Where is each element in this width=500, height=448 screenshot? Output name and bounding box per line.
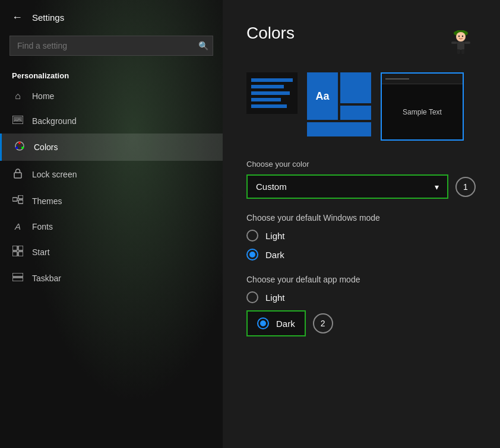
preview-area: Aa Sample Text	[246, 72, 476, 141]
sidebar-title: Settings	[32, 12, 64, 23]
circle-2-label: 2	[321, 319, 325, 328]
svg-rect-12	[12, 252, 17, 256]
svg-rect-6	[14, 173, 21, 178]
sample-text: Sample Text	[403, 108, 442, 116]
circle-number-1: 1	[455, 177, 476, 197]
preview-line-4	[251, 98, 281, 101]
app-light-radio[interactable]	[246, 291, 258, 303]
svg-rect-11	[18, 246, 23, 250]
background-icon	[12, 116, 24, 126]
svg-rect-9	[18, 200, 23, 204]
app-mode-section: Choose your default app mode Light Dark …	[246, 275, 476, 336]
app-dark-radio-inner	[260, 320, 266, 326]
app-light-label: Light	[265, 293, 285, 303]
svg-rect-13	[18, 252, 23, 256]
svg-rect-21	[457, 42, 464, 50]
svg-rect-10	[12, 246, 17, 250]
sidebar-item-fonts[interactable]: A Fonts	[0, 214, 223, 239]
sidebar-header: ← Settings	[0, 0, 223, 31]
tile-top-right	[340, 72, 371, 103]
windows-dark-label: Dark	[265, 250, 284, 260]
sidebar-item-label: Lock screen	[32, 170, 77, 179]
svg-point-5	[15, 147, 18, 149]
svg-point-3	[18, 142, 21, 144]
circle-1-label: 1	[463, 182, 468, 192]
sidebar-item-home[interactable]: ⌂ Home	[0, 84, 223, 109]
choose-color-label: Choose your color	[246, 160, 476, 169]
search-input[interactable]	[10, 36, 213, 56]
sidebar-item-label: Themes	[32, 196, 62, 206]
fonts-icon: A	[12, 221, 24, 231]
preview-line-3	[251, 91, 290, 95]
page-title: Colors	[246, 24, 295, 43]
svg-point-19	[458, 36, 460, 37]
windows-light-label: Light	[265, 231, 285, 241]
svg-rect-22	[451, 42, 457, 44]
sidebar-item-label: Start	[32, 247, 50, 257]
page-header: Colors	[246, 24, 476, 55]
sidebar-item-colors[interactable]: Colors	[0, 134, 223, 161]
app-mode-title: Choose your default app mode	[246, 275, 476, 284]
svg-point-18	[456, 32, 466, 42]
sidebar-item-themes[interactable]: Themes	[0, 188, 223, 214]
svg-rect-1	[14, 117, 22, 122]
app-dark-radio[interactable]	[257, 317, 269, 329]
app-dark-label: Dark	[276, 319, 295, 329]
preview-window: Sample Text	[381, 72, 464, 141]
dropdown-wrapper: Custom ▾ 1	[246, 174, 476, 199]
svg-rect-15	[12, 273, 23, 277]
avatar	[445, 24, 476, 55]
sidebar-item-label: Background	[32, 116, 77, 126]
taskbar-icon	[12, 273, 24, 284]
windows-light-radio[interactable]	[246, 230, 258, 242]
lock-screen-icon	[12, 168, 24, 181]
search-icon[interactable]: 🔍	[198, 41, 208, 50]
sidebar-item-label: Taskbar	[32, 274, 61, 283]
svg-rect-7	[12, 198, 17, 201]
windows-dark-radio-inner	[249, 252, 255, 258]
preview-line-5	[251, 104, 287, 108]
back-button[interactable]: ←	[10, 9, 25, 25]
search-box-container: 🔍	[10, 36, 213, 56]
preview-line-2	[251, 85, 284, 88]
windows-mode-title: Choose your default Windows mode	[246, 213, 476, 223]
tile-br1	[340, 106, 371, 120]
sidebar-item-label: Colors	[34, 142, 58, 152]
preview-lines	[246, 72, 298, 114]
sidebar: ← Settings 🔍 Personalization ⌂ Home Back…	[0, 0, 223, 448]
start-icon	[12, 246, 24, 259]
sidebar-item-label: Fonts	[32, 222, 53, 231]
color-dropdown[interactable]: Custom ▾	[246, 174, 448, 199]
home-icon: ⌂	[12, 91, 24, 101]
section-label: Personalization	[0, 65, 223, 84]
sidebar-item-taskbar[interactable]: Taskbar	[0, 266, 223, 291]
tile-aa: Aa	[307, 72, 338, 120]
preview-tiles: Aa	[307, 72, 371, 136]
svg-rect-23	[464, 42, 470, 44]
windows-dark-radio[interactable]	[246, 249, 258, 260]
svg-rect-24	[457, 49, 460, 54]
svg-point-4	[21, 147, 24, 149]
app-dark-row: Dark 2	[246, 310, 476, 336]
svg-rect-25	[461, 49, 464, 54]
main-content: Colors	[223, 0, 500, 448]
preview-window-bar-line	[385, 78, 409, 80]
sidebar-item-start[interactable]: Start	[0, 239, 223, 266]
svg-rect-14	[12, 278, 23, 281]
app-dark-option-box[interactable]: Dark	[246, 310, 306, 336]
sidebar-item-label: Home	[32, 91, 54, 101]
circle-number-2: 2	[313, 313, 333, 333]
sidebar-item-background[interactable]: Background	[0, 109, 223, 134]
windows-dark-option[interactable]: Dark	[246, 249, 476, 260]
preview-line-1	[251, 78, 293, 82]
windows-light-option[interactable]: Light	[246, 230, 476, 242]
sidebar-item-lock-screen[interactable]: Lock screen	[0, 161, 223, 188]
preview-window-bar	[382, 74, 463, 84]
preview-window-content: Sample Text	[382, 84, 463, 139]
themes-icon	[12, 195, 24, 207]
dropdown-arrow-icon: ▾	[435, 182, 439, 192]
svg-rect-8	[18, 195, 23, 199]
windows-mode-section: Choose your default Windows mode Light D…	[246, 213, 476, 260]
dropdown-value: Custom	[256, 182, 287, 192]
app-light-option[interactable]: Light	[246, 291, 476, 303]
